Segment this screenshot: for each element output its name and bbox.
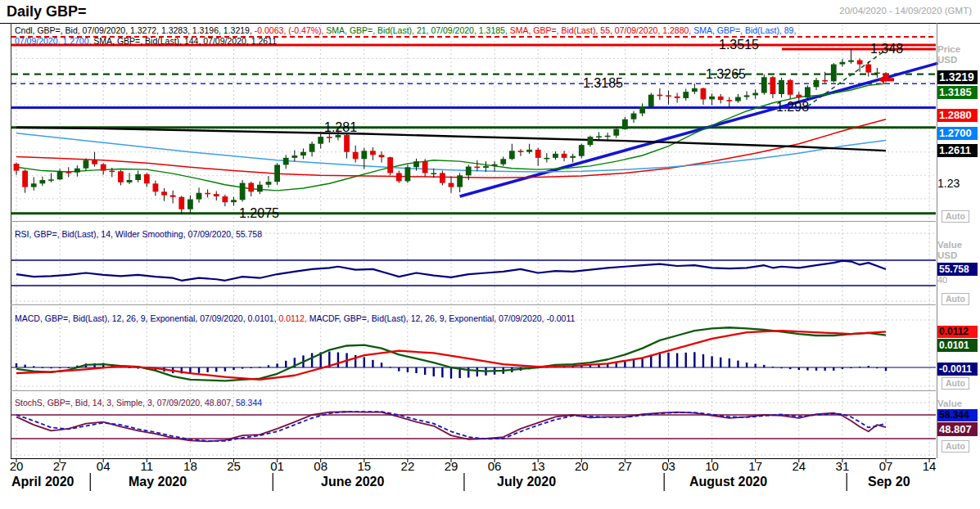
sma55-badge: 1.2880: [937, 109, 978, 122]
legend-segment: 58.344: [236, 398, 262, 408]
plot-frame: [11, 23, 937, 458]
legend-segment: SMA, GBP=, Bid(Last), 89,: [693, 25, 796, 35]
price-auto-button[interactable]: Auto: [942, 210, 969, 223]
legend-segment: StochS, GBP=, Bid, 14, 3, Simple, 3, 07/…: [15, 398, 236, 408]
rsi-axis-title-usd: USD: [937, 250, 976, 261]
x-axis-month-label: June 2020: [321, 475, 384, 489]
legend-segment: RSI, GBP=, Bid(Last), 14, Wilder Smoothi…: [15, 229, 262, 239]
rsi-legend: RSI, GBP=, Bid(Last), 14, Wilder Smoothi…: [15, 229, 262, 239]
rsi-axis-title: Value: [937, 240, 976, 250]
pane-separator: [11, 390, 936, 391]
legend-segment: 07/09/2020, 1.2700,: [15, 36, 93, 46]
legend-segment: Cndl, GBP=, Bid, 07/09/2020, 1.3272, 1.3…: [15, 25, 255, 35]
x-axis-day-tick: 29: [437, 459, 465, 473]
x-axis-month-label: August 2020: [689, 475, 767, 489]
x-axis-day-tick: 17: [742, 459, 770, 473]
rsi-value-badge: 55.758: [937, 263, 978, 276]
x-axis-day-tick: 18: [176, 459, 204, 473]
price-level-label: 1.3515: [719, 38, 759, 52]
x-axis-day-tick: 11: [133, 459, 160, 473]
price-level-label: 1.3265: [706, 67, 746, 82]
price-axis-tick: 1.23: [937, 177, 976, 190]
sma21-badge: 1.3185: [937, 86, 978, 99]
x-axis-day-tick: 01: [264, 459, 291, 473]
price-level-label: 1.281: [324, 120, 357, 135]
x-axis-day-tick: 22: [394, 459, 422, 473]
x-axis-day-tick: 20: [2, 459, 30, 473]
price-level-label: 1.2075: [239, 206, 279, 221]
legend-segment: -0.0063, (-0.47%),: [255, 25, 327, 35]
pane-separator: [11, 221, 936, 222]
legend-segment: SMA, GBP=, Bid(Last), 21, 07/09/2020, 1.…: [326, 25, 509, 35]
x-axis-day-tick: 20: [567, 459, 595, 473]
legend-segment: SMA, GBP=, Bid(Last), 144, 07/09/2020, 1…: [93, 36, 277, 46]
price-level-label: 1.3185: [583, 76, 623, 91]
legend-segment: SMA, GBP=, Bid(Last), 55, 07/09/2020, 1.…: [510, 25, 693, 35]
macd-hist-badge: -0.0011: [937, 363, 978, 376]
price-legend-line2: 07/09/2020, 1.2700, SMA, GBP=, Bid(Last)…: [15, 36, 277, 46]
x-axis-day-tick: 08: [307, 459, 335, 473]
price-level-label: 1.348: [870, 42, 903, 56]
x-axis-day-tick: 31: [829, 459, 856, 473]
last-price-badge: 1.3219: [937, 70, 978, 84]
price-axis-title-usd: USD: [937, 55, 976, 65]
x-axis-month-label: Sep 20: [868, 475, 910, 489]
stoch-legend: StochS, GBP=, Bid, 14, 3, Simple, 3, 07/…: [15, 398, 262, 408]
x-axis-day-tick: 06: [481, 459, 508, 473]
x-axis-day-tick: 15: [350, 459, 378, 473]
price-level-label: 1.298: [776, 100, 809, 115]
stoch-axis-title: Value: [937, 399, 976, 409]
rsi-auto-button[interactable]: Auto: [942, 293, 969, 305]
chart-window: Daily GBP= 20/04/2020 - 14/09/2020 (GMT)…: [0, 0, 980, 509]
macd-legend: MACD, GBP=, Bid(Last), 12, 26, 9, Expone…: [15, 313, 575, 323]
rsi-axis-tick: 40: [937, 275, 976, 285]
x-axis-day-tick: 24: [785, 459, 813, 473]
price-axis-title: Price: [937, 44, 976, 55]
macd-value-badge: 0.0101: [937, 339, 978, 352]
legend-segment: MACDF, GBP=, Bid(Last), 12, 26, 9, Expon…: [309, 313, 576, 323]
macd-signal-badge: 0.0112: [937, 326, 978, 338]
stoch-auto-button[interactable]: Auto: [942, 440, 969, 453]
x-axis-day-tick: 25: [220, 459, 248, 473]
price-legend-line1: Cndl, GBP=, Bid, 07/09/2020, 1.3272, 1.3…: [15, 25, 796, 35]
sma144-badge: 1.2611: [937, 144, 978, 157]
stoch-d-badge: 58.344: [937, 409, 978, 421]
x-axis-day-tick: 07: [872, 459, 900, 473]
macd-auto-button[interactable]: Auto: [942, 377, 969, 390]
x-axis-day-tick: 04: [89, 459, 117, 473]
pane-separator: [11, 304, 936, 305]
x-axis-month-label: April 2020: [11, 475, 74, 489]
x-axis-day-tick: 27: [611, 459, 639, 473]
x-axis-day-tick: 27: [46, 459, 74, 473]
x-axis-month-label: July 2020: [497, 475, 556, 489]
x-axis-day-tick: 13: [524, 459, 552, 473]
legend-segment: MACD, GBP=, Bid(Last), 12, 26, 9, Expone…: [15, 313, 279, 323]
x-axis-day-tick: 14: [915, 459, 943, 473]
x-axis-day-tick: 03: [655, 459, 683, 473]
x-axis-month-label: May 2020: [129, 475, 187, 489]
x-axis-day-tick: 10: [698, 459, 726, 473]
legend-segment: 0.0112,: [279, 313, 309, 323]
stoch-k-badge: 48.807: [937, 422, 978, 436]
sma89-badge: 1.2700: [937, 127, 978, 140]
